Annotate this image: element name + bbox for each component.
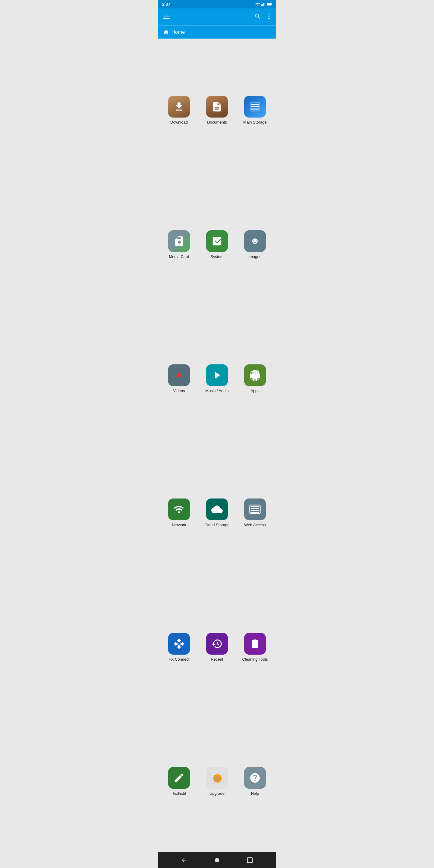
breadcrumb-bar: Home xyxy=(158,25,276,38)
web-access-label: Web Access xyxy=(244,523,266,528)
apps-label: Apps xyxy=(250,389,259,394)
grid-item-apps[interactable]: Apps xyxy=(237,312,273,445)
network-icon xyxy=(168,498,190,520)
documents-icon xyxy=(206,96,228,118)
main-storage-label: Main Storage xyxy=(243,120,267,125)
system-icon xyxy=(206,230,228,252)
toolbar xyxy=(158,8,276,25)
svg-marker-13 xyxy=(215,372,220,378)
home-button[interactable] xyxy=(211,855,223,866)
svg-point-11 xyxy=(254,240,256,242)
cloud-storage-icon xyxy=(206,498,228,520)
home-nav-icon xyxy=(214,857,220,864)
svg-rect-3 xyxy=(265,3,265,6)
grid-item-system[interactable]: System xyxy=(198,178,236,310)
help-icon xyxy=(244,767,266,789)
images-icon xyxy=(244,230,266,252)
music-icon xyxy=(206,364,228,386)
grid-item-cleaning-tools[interactable]: Cleaning Tools xyxy=(237,580,273,713)
back-icon xyxy=(181,857,187,864)
grid-item-music-audio[interactable]: Music / Audio xyxy=(198,312,236,445)
fx-connect-label: FX Connect xyxy=(169,657,190,662)
grid-item-textedit[interactable]: TextEdit xyxy=(161,715,197,847)
main-storage-icon xyxy=(244,96,266,118)
download-icon xyxy=(168,96,190,118)
breadcrumb-home: Home xyxy=(172,30,185,35)
fx-connect-icon xyxy=(168,633,190,655)
svg-point-7 xyxy=(269,13,270,14)
textedit-icon xyxy=(168,767,190,789)
recents-icon xyxy=(247,857,253,864)
time: 5:37 xyxy=(162,2,170,7)
more-options-button[interactable] xyxy=(267,12,271,22)
grid-item-upgrade[interactable]: Upgrade xyxy=(198,715,236,847)
grid-item-download[interactable]: Download xyxy=(161,43,197,176)
status-bar: 5:37 xyxy=(158,0,276,8)
status-icons xyxy=(255,2,272,6)
svg-point-12 xyxy=(177,373,181,378)
recents-button[interactable] xyxy=(244,855,255,866)
media-card-label: Media Card xyxy=(169,254,189,259)
grid-item-media-card[interactable]: Media Card xyxy=(161,178,197,310)
recent-icon xyxy=(206,633,228,655)
toolbar-left xyxy=(163,15,170,19)
videos-label: Videos xyxy=(173,389,185,394)
battery-icon xyxy=(267,2,272,6)
svg-point-8 xyxy=(269,16,270,17)
svg-rect-6 xyxy=(267,3,271,5)
videos-icon xyxy=(168,364,190,386)
upgrade-icon xyxy=(206,767,228,789)
grid-item-cloud-storage[interactable]: Cloud Storage xyxy=(198,446,236,579)
music-label: Music / Audio xyxy=(205,389,228,394)
more-options-icon xyxy=(268,13,270,20)
hamburger-menu[interactable] xyxy=(163,15,170,19)
network-label: Network xyxy=(172,523,186,528)
web-access-icon xyxy=(244,498,266,520)
wifi-icon xyxy=(255,2,260,6)
images-label: Images xyxy=(249,254,261,259)
grid-item-videos[interactable]: Videos xyxy=(161,312,197,445)
grid-item-images[interactable]: Images xyxy=(237,178,273,310)
svg-point-15 xyxy=(215,858,219,863)
download-label: Download xyxy=(170,120,188,125)
svg-rect-2 xyxy=(264,3,264,6)
help-label: Help xyxy=(251,791,259,796)
apps-icon xyxy=(244,364,266,386)
search-icon xyxy=(254,13,261,20)
back-button[interactable] xyxy=(179,855,190,866)
grid-item-web-access[interactable]: Web Access xyxy=(237,446,273,579)
app-grid: Download Documents Main Storage Media Ca… xyxy=(158,38,276,852)
grid-item-documents[interactable]: Documents xyxy=(198,43,236,176)
documents-label: Documents xyxy=(207,120,227,125)
textedit-label: TextEdit xyxy=(172,791,186,796)
recent-label: Recent xyxy=(211,657,223,662)
toolbar-right xyxy=(253,12,271,22)
cloud-storage-label: Cloud Storage xyxy=(204,523,229,528)
bottom-navigation xyxy=(158,852,276,868)
cleaning-tools-icon xyxy=(244,633,266,655)
cleaning-tools-label: Cleaning Tools xyxy=(242,657,268,662)
svg-rect-0 xyxy=(261,4,262,6)
grid-item-help[interactable]: Help xyxy=(237,715,273,847)
grid-item-recent[interactable]: Recent xyxy=(198,580,236,713)
signal-icon xyxy=(261,2,266,6)
system-label: System xyxy=(210,254,223,259)
grid-item-main-storage[interactable]: Main Storage xyxy=(237,43,273,176)
media-card-icon xyxy=(168,230,190,252)
upgrade-label: Upgrade xyxy=(210,791,224,796)
svg-rect-1 xyxy=(262,4,263,6)
svg-rect-16 xyxy=(247,858,252,863)
svg-rect-5 xyxy=(271,4,272,5)
home-icon xyxy=(163,29,169,35)
grid-item-fx-connect[interactable]: FX Connect xyxy=(161,580,197,713)
grid-item-network[interactable]: Network xyxy=(161,446,197,579)
search-button[interactable] xyxy=(253,12,262,22)
svg-point-9 xyxy=(269,18,270,19)
